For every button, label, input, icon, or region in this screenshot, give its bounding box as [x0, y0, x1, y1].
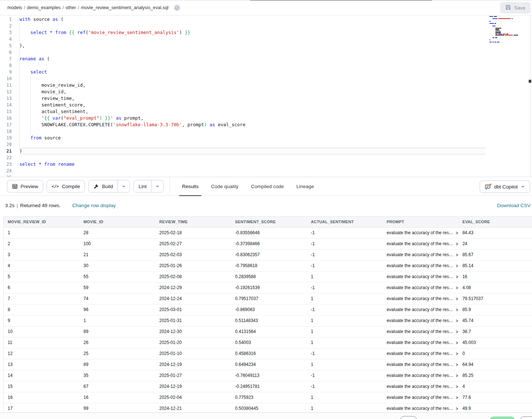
table-icon	[12, 184, 18, 189]
cell: 0.50380445	[231, 403, 307, 412]
status-divider: |	[17, 203, 18, 208]
build-button[interactable]: Build	[89, 180, 118, 192]
table-row: 6592024-12-29-0.19261539-1evaluate the a…	[4, 282, 532, 293]
build-label: Build	[102, 184, 113, 189]
code-line[interactable]: rename as (	[19, 56, 486, 62]
cell: 2025-02-03	[155, 249, 231, 260]
cell: 1	[79, 315, 155, 326]
prompt-cell: evaluate the accuracy of the res…>	[383, 304, 458, 315]
code-line[interactable]: select * from rename	[19, 161, 486, 168]
clipped-green-button[interactable]	[490, 416, 515, 419]
code-line[interactable]	[19, 154, 486, 161]
cell: -0.83556646	[231, 227, 307, 238]
lint-dropdown-chevron[interactable]	[151, 180, 163, 192]
breadcrumb-demo-examples[interactable]: demo_examples	[27, 5, 61, 10]
bottom-strip	[0, 412, 532, 419]
expand-cell-icon[interactable]: >	[456, 318, 458, 323]
breadcrumb-filename[interactable]: movie_review_sentiment_analysis_eval.sql	[81, 5, 168, 10]
code-line[interactable]	[19, 23, 486, 29]
expand-cell-icon[interactable]: >	[456, 351, 458, 356]
expand-cell-icon[interactable]: >	[456, 340, 458, 345]
code-editor[interactable]: 1234567891011121314151617181920212223242…	[0, 15, 532, 177]
build-dropdown-chevron[interactable]	[118, 180, 130, 192]
expand-cell-icon[interactable]: >	[456, 395, 458, 400]
code-line[interactable]	[19, 141, 486, 148]
code-line[interactable]: with source as (	[19, 16, 486, 23]
code-line[interactable]: '{{ var("eval_prompt") }}' as prompt,	[19, 115, 486, 121]
cell: -1	[307, 381, 383, 392]
code-line[interactable]	[19, 36, 486, 42]
code-line[interactable]	[19, 168, 486, 174]
code-line[interactable]: )	[19, 148, 486, 154]
tab-results[interactable]: Results	[176, 177, 205, 196]
tab-compiled-code[interactable]: Compiled code	[245, 177, 290, 196]
code-line[interactable]: from source	[19, 135, 486, 141]
code-minimap[interactable]	[490, 15, 530, 52]
cell: 1	[4, 227, 79, 238]
code-line[interactable]: actual_sentiment,	[19, 108, 486, 115]
tab-code-quality[interactable]: Code quality	[205, 177, 245, 196]
expand-cell-icon[interactable]: >	[456, 384, 458, 389]
change-row-display-link[interactable]: Change row display	[72, 203, 116, 208]
prompt-preview-text: evaluate the accuracy of the res…	[387, 329, 453, 334]
expand-cell-icon[interactable]: >	[456, 373, 458, 378]
table-row: 8962025-03-01-0.869063-1evaluate the acc…	[4, 304, 532, 315]
editor-scrollbar-thumb[interactable]	[529, 80, 531, 83]
breadcrumb-models[interactable]: models	[7, 5, 22, 10]
preview-label: Preview	[21, 184, 38, 189]
expand-cell-icon[interactable]: >	[456, 406, 458, 411]
lint-split-button: Lint	[133, 180, 164, 192]
cell: 2025-02-08	[155, 271, 231, 282]
code-line[interactable]: SNOWFLAKE.CORTEX.COMPLETE('snowflake-lla…	[19, 121, 486, 128]
code-line[interactable]: ),	[19, 42, 486, 49]
code-line[interactable]: movie_review_id,	[19, 82, 486, 89]
expand-cell-icon[interactable]: >	[456, 329, 458, 334]
code-line[interactable]	[19, 174, 486, 177]
code-lines[interactable]: with source as ( select * from {{ ref('m…	[16, 16, 486, 177]
file-header-bar: models / demo_examples / other / movie_r…	[0, 0, 532, 15]
code-line[interactable]: select	[19, 69, 486, 75]
cell: -1	[307, 249, 383, 260]
table-row: 13892024-12-190.64942341evaluate the acc…	[4, 359, 532, 370]
expand-cell-icon[interactable]: >	[456, 230, 458, 235]
expand-cell-icon[interactable]: >	[456, 362, 458, 367]
save-button[interactable]: Save	[500, 2, 531, 14]
prompt-preview-text: evaluate the accuracy of the res…	[387, 252, 453, 257]
expand-cell-icon[interactable]: >	[456, 241, 458, 246]
code-line[interactable]: review_time,	[19, 95, 486, 102]
expand-cell-icon[interactable]: >	[456, 307, 458, 312]
code-line[interactable]	[19, 49, 486, 56]
cell: 85.9	[458, 304, 532, 315]
prompt-cell: evaluate the accuracy of the res…>	[383, 381, 458, 392]
cell: 0.4131564	[231, 326, 307, 337]
prompt-preview-text: evaluate the accuracy of the res…	[387, 318, 453, 323]
code-line[interactable]	[19, 128, 486, 135]
prompt-cell: evaluate the accuracy of the res…>	[383, 392, 458, 403]
expand-cell-icon[interactable]: >	[456, 296, 458, 301]
clipped-button[interactable]	[400, 416, 417, 419]
download-csv-link[interactable]: Download CSV	[497, 203, 531, 208]
code-line[interactable]: movie_id,	[19, 89, 486, 95]
code-line[interactable]	[19, 62, 486, 69]
expand-cell-icon[interactable]: >	[456, 263, 458, 268]
breadcrumb-other[interactable]: other	[66, 5, 76, 10]
cell: -0.76049113	[231, 370, 307, 381]
lint-button[interactable]: Lint	[134, 180, 151, 192]
prompt-preview-text: evaluate the accuracy of the res…	[387, 395, 453, 400]
tab-lineage[interactable]: Lineage	[290, 177, 320, 196]
dbt-copilot-button[interactable]: dbt Copilot	[480, 180, 530, 193]
cell: 85.67	[458, 249, 532, 260]
code-line[interactable]: sentiment_score,	[19, 102, 486, 108]
code-line[interactable]: select * from {{ ref('movie_review_senti…	[19, 29, 486, 36]
clipped-outline-button[interactable]	[520, 416, 532, 419]
compile-button[interactable]: </> Compile	[46, 180, 85, 192]
table-row: 4302025-01-26-0.7958618-1evaluate the ac…	[4, 260, 532, 271]
code-line[interactable]	[19, 75, 486, 82]
table-row: 21002025-02-27-0.37398466-1evaluate the …	[4, 238, 532, 249]
column-header: MOVIE_REVIEW_ID	[4, 217, 79, 227]
expand-cell-icon[interactable]: >	[456, 285, 458, 290]
cell: 1	[307, 359, 383, 370]
expand-cell-icon[interactable]: >	[456, 274, 458, 279]
expand-cell-icon[interactable]: >	[456, 252, 458, 257]
preview-button[interactable]: Preview	[7, 180, 43, 192]
